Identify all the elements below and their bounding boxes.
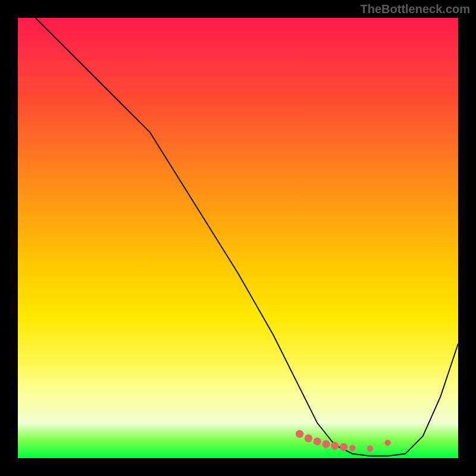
watermark-text: TheBottleneck.com	[361, 2, 470, 16]
chart-svg	[18, 18, 458, 458]
plot-area	[18, 18, 458, 458]
main-curve	[36, 18, 458, 456]
marker-dot	[296, 430, 303, 438]
marker-dot	[322, 440, 330, 448]
marker-dot	[384, 440, 390, 446]
marker-dot	[340, 443, 347, 451]
marker-dot	[349, 445, 355, 451]
marker-dots	[296, 430, 391, 452]
marker-dot	[367, 446, 373, 452]
marker-dot	[331, 442, 339, 450]
marker-dot	[305, 434, 312, 442]
marker-dot	[314, 437, 321, 445]
